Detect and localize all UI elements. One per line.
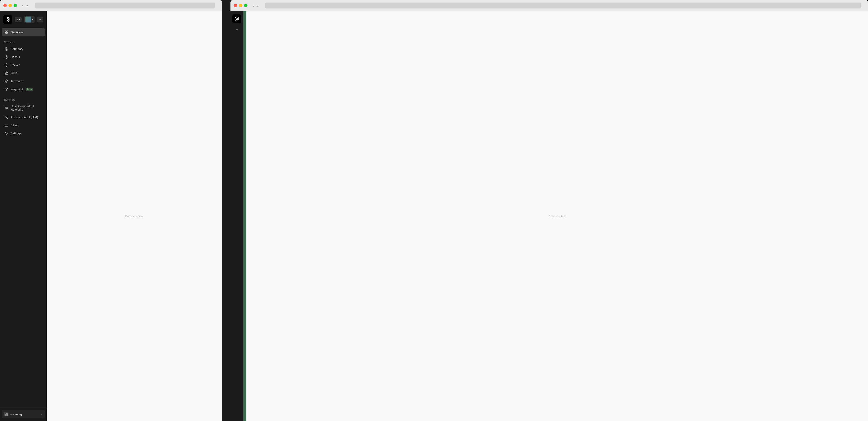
right-window: ‹ › » Page content	[230, 0, 868, 421]
svg-marker-12	[5, 88, 8, 90]
overview-label: Overview	[10, 31, 23, 34]
terraform-label: Terraform	[10, 79, 23, 83]
svg-point-20	[7, 116, 8, 117]
svg-rect-17	[5, 108, 6, 109]
right-titlebar: ‹ ›	[230, 0, 868, 11]
svg-rect-1	[7, 31, 8, 32]
boundary-icon	[4, 47, 8, 51]
window-body-right: » Page content	[230, 11, 868, 421]
hvn-label: HashiCorp Virtual Networks	[10, 104, 42, 111]
settings-icon	[4, 131, 8, 135]
terraform-icon	[4, 79, 8, 83]
minimize-button-right[interactable]	[239, 4, 242, 7]
hvn-icon	[4, 106, 8, 110]
sidebar-item-vault[interactable]: Vault	[2, 69, 45, 77]
maximize-button-right[interactable]	[244, 4, 247, 7]
packer-icon	[4, 63, 8, 67]
collapse-sidebar-button[interactable]: «	[37, 17, 43, 23]
green-divider	[243, 11, 246, 421]
sidebar-header: ? ▾ ▾ «	[0, 11, 46, 28]
svg-rect-2	[5, 32, 6, 34]
svg-point-6	[5, 56, 8, 59]
back-button-right[interactable]: ‹	[252, 3, 255, 8]
settings-label: Settings	[10, 132, 22, 135]
svg-marker-9	[5, 72, 7, 74]
nav-controls-right: ‹ ›	[252, 3, 259, 8]
billing-label: Billing	[10, 124, 19, 127]
address-bar-left[interactable]	[35, 3, 215, 8]
svg-rect-3	[7, 32, 8, 34]
sidebar-navigation: Overview Services Boundary	[0, 28, 46, 407]
svg-rect-14	[5, 107, 6, 108]
boundary-label: Boundary	[10, 47, 23, 51]
minimize-button-left[interactable]	[8, 4, 12, 7]
consul-icon	[4, 55, 8, 59]
sidebar-item-packer[interactable]: Packer	[2, 61, 45, 69]
sidebar-item-settings[interactable]: Settings	[2, 129, 45, 137]
sidebar-item-boundary[interactable]: Boundary	[2, 45, 45, 53]
user-avatar-button[interactable]: ▾	[24, 16, 35, 23]
close-button-left[interactable]	[3, 4, 7, 7]
org-selector[interactable]: acme-org ▾	[2, 410, 45, 418]
services-section-label: Services	[2, 39, 45, 45]
packer-label: Packer	[10, 63, 20, 67]
iam-label: Access control (IAM)	[10, 116, 38, 119]
hashicorp-logo-icon	[5, 17, 11, 23]
help-button[interactable]: ? ▾	[15, 17, 22, 22]
forward-button-right[interactable]: ›	[256, 3, 259, 8]
sidebar-item-iam[interactable]: Access control (IAM)	[2, 113, 45, 121]
sidebar-item-hvn[interactable]: HashiCorp Virtual Networks	[2, 103, 45, 113]
page-content-left: Page content	[125, 214, 144, 218]
svg-rect-16	[7, 107, 8, 108]
sidebar-item-terraform[interactable]: Terraform	[2, 77, 45, 85]
nav-controls-left: ‹ ›	[21, 3, 29, 8]
vault-label: Vault	[10, 71, 17, 75]
svg-rect-18	[7, 108, 7, 109]
left-titlebar: ‹ ›	[0, 0, 222, 11]
svg-rect-15	[6, 107, 7, 108]
help-chevron-icon: ▾	[19, 19, 20, 21]
sidebar-item-waypoint[interactable]: Waypoint Beta	[2, 85, 45, 93]
maximize-button-left[interactable]	[13, 4, 17, 7]
svg-rect-5	[6, 48, 7, 50]
svg-point-19	[6, 116, 7, 117]
vault-icon	[4, 71, 8, 75]
close-button-right[interactable]	[234, 4, 237, 7]
hashicorp-logo[interactable]	[3, 15, 12, 24]
avatar-chevron-icon: ▾	[32, 19, 33, 21]
hashicorp-logo-icon-right	[234, 16, 240, 22]
svg-rect-26	[7, 413, 8, 414]
billing-icon	[4, 123, 8, 127]
svg-rect-27	[5, 414, 6, 416]
address-bar-right[interactable]	[265, 3, 861, 8]
waypoint-icon	[4, 87, 8, 91]
svg-point-24	[6, 133, 7, 134]
org-chevron-icon: ▾	[41, 413, 42, 416]
user-avatar	[26, 17, 31, 23]
hashicorp-logo-right[interactable]	[232, 14, 241, 23]
expand-sidebar-button[interactable]: »	[234, 26, 240, 33]
collapse-icon: «	[39, 18, 41, 21]
org-icon	[4, 412, 8, 416]
sidebar-item-billing[interactable]: Billing	[2, 121, 45, 129]
org-label: acme-org	[10, 413, 22, 416]
overview-icon	[4, 30, 8, 34]
left-window: ‹ › ? ▾	[0, 0, 222, 421]
acme-section-label: acme-org	[2, 97, 45, 103]
sidebar-right-collapsed: »	[230, 11, 243, 421]
beta-badge: Beta	[26, 88, 33, 91]
svg-rect-22	[5, 124, 8, 126]
iam-icon	[4, 115, 8, 119]
sidebar-footer: acme-org ▾	[0, 407, 46, 421]
svg-point-4	[5, 47, 8, 51]
svg-point-21	[5, 116, 6, 117]
window-divider	[222, 0, 230, 421]
back-button-left[interactable]: ‹	[21, 3, 24, 8]
svg-rect-0	[5, 31, 6, 32]
sidebar-item-overview[interactable]: Overview	[2, 28, 45, 36]
help-circle-icon: ?	[17, 18, 18, 21]
sidebar-item-consul[interactable]: Consul	[2, 53, 45, 61]
forward-button-left[interactable]: ›	[26, 3, 29, 8]
main-content-right: Page content	[246, 11, 868, 421]
svg-rect-28	[7, 414, 8, 416]
